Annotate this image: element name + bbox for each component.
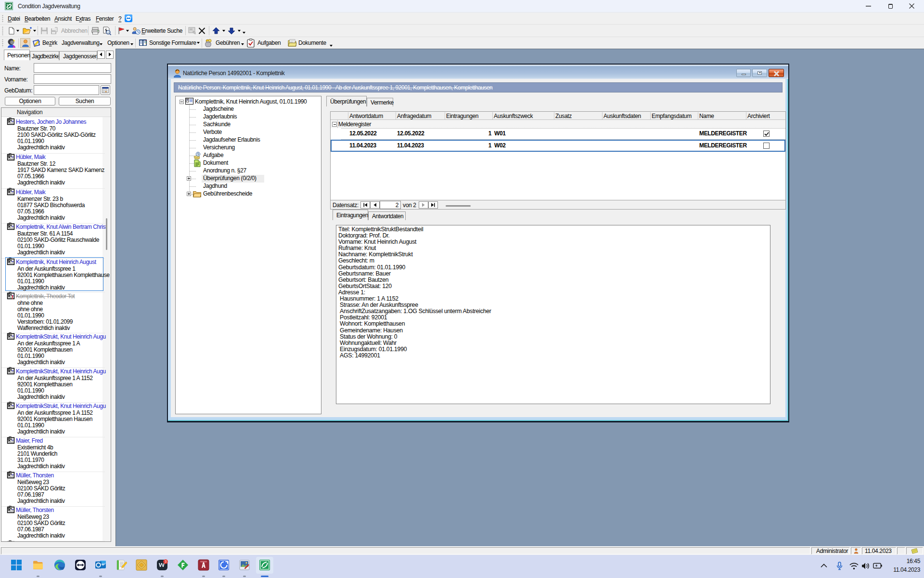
- svg-text:!: !: [12, 294, 13, 300]
- svg-text:3: 3: [165, 560, 167, 563]
